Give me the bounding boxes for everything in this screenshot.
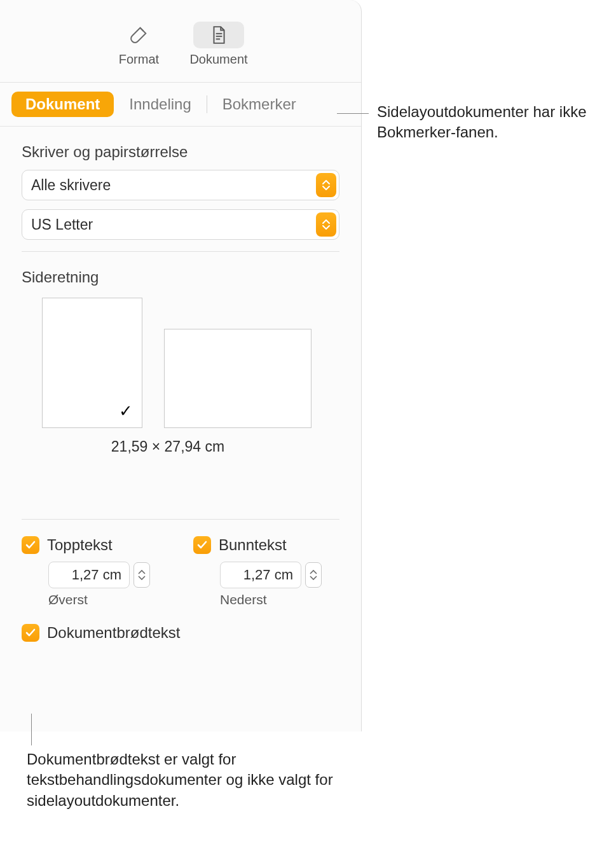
header-checkbox[interactable]	[22, 536, 39, 554]
footer-sublabel: Nederst	[220, 592, 339, 607]
footer-stepper[interactable]	[305, 562, 322, 588]
bodytext-label: Dokumentbrødtekst	[47, 624, 180, 642]
footer-checkbox[interactable]	[193, 536, 211, 554]
callout-bodytext: Dokumentbrødtekst er valgt for tekstbeha…	[27, 749, 383, 811]
callout-line	[337, 113, 369, 114]
divider	[22, 519, 339, 520]
paintbrush-icon	[113, 22, 164, 48]
header-margin-field[interactable]: 1,27 cm	[48, 562, 130, 588]
header-column: Topptekst 1,27 cm Øverst	[22, 536, 168, 607]
document-toolbar-button[interactable]: Dokument	[183, 18, 254, 71]
orientation-landscape-button[interactable]	[164, 329, 311, 428]
printer-select-value: Alle skrivere	[31, 177, 111, 194]
tab-bar: Dokument Inndeling Bokmerker	[0, 83, 361, 127]
printer-select[interactable]: Alle skrivere	[22, 170, 339, 200]
format-toolbar-button[interactable]: Format	[107, 18, 170, 71]
callout-bookmarks: Sidelayoutdokumenter har ikke Bokmerker-…	[377, 102, 606, 143]
printer-section-label: Skriver og papirstørrelse	[22, 143, 339, 161]
page-dimensions: 21,59 × 27,94 cm	[22, 438, 314, 455]
select-stepper-icon	[316, 212, 336, 237]
orientation-portrait-button[interactable]: ✓	[42, 298, 142, 428]
header-label: Topptekst	[47, 536, 113, 554]
tab-section[interactable]: Inndeling	[114, 92, 206, 117]
checkmark-icon: ✓	[119, 401, 133, 421]
format-label: Format	[119, 52, 159, 67]
select-stepper-icon	[316, 173, 336, 197]
tab-document[interactable]: Dokument	[11, 92, 114, 117]
document-label: Dokument	[189, 52, 247, 67]
divider	[22, 251, 339, 252]
header-stepper[interactable]	[133, 562, 150, 588]
toolbar: Format Dokument	[0, 0, 361, 83]
footer-label: Bunntekst	[219, 536, 287, 554]
header-sublabel: Øverst	[48, 592, 168, 607]
footer-margin-value: 1,27 cm	[243, 567, 293, 583]
orientation-row: ✓	[42, 298, 339, 428]
paper-size-select[interactable]: US Letter	[22, 209, 339, 240]
content-area: Skriver og papirstørrelse Alle skrivere …	[0, 127, 361, 668]
orientation-section-label: Sideretning	[22, 268, 339, 286]
header-margin-value: 1,27 cm	[72, 567, 121, 583]
header-footer-row: Topptekst 1,27 cm Øverst	[22, 536, 339, 607]
tab-bookmarks[interactable]: Bokmerker	[207, 92, 311, 117]
footer-margin-field[interactable]: 1,27 cm	[220, 562, 301, 588]
inspector-panel: Format Dokument Dokument Inndeling Bokme…	[0, 0, 362, 731]
document-icon	[193, 22, 244, 48]
paper-size-value: US Letter	[31, 216, 93, 233]
callout-line	[31, 714, 32, 745]
footer-column: Bunntekst 1,27 cm Nederst	[193, 536, 339, 607]
bodytext-checkbox[interactable]	[22, 624, 39, 642]
